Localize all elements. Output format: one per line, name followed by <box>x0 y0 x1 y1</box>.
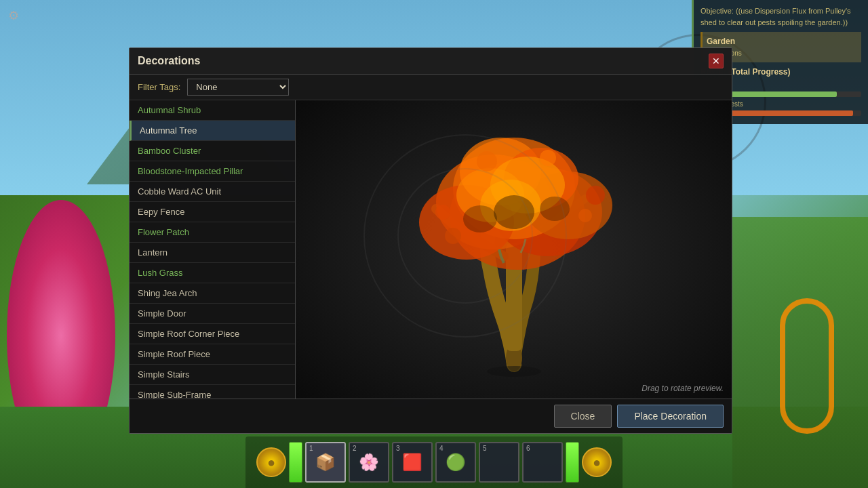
close-button[interactable]: Close <box>554 405 612 428</box>
garden-label: Garden <box>707 36 857 47</box>
list-item-6[interactable]: Eepy Fence <box>130 202 295 222</box>
svg-point-22 <box>487 366 541 377</box>
settings-icon[interactable]: ⚙ <box>8 8 24 24</box>
preview-panel: Drag to rotate preview. <box>296 100 732 399</box>
orange-track <box>780 298 834 434</box>
list-item-2[interactable]: Autumnal Tree <box>130 121 295 141</box>
slot-icon-4: 🟢 <box>446 453 466 472</box>
slot-icon-3: 🟥 <box>402 453 422 472</box>
swirl-2 <box>397 168 533 304</box>
list-item-15[interactable]: Simple Sub-Frame <box>130 385 295 399</box>
hotbar-slot-5[interactable]: 5 <box>479 442 519 483</box>
energy-bar-right <box>566 442 579 483</box>
preview-content[interactable] <box>296 100 732 399</box>
list-item-12[interactable]: Simple Roof Corner Piece <box>130 324 295 344</box>
dialog-footer: Close Place Decoration <box>130 399 732 433</box>
slot-number-6: 6 <box>526 445 530 452</box>
list-item-5[interactable]: Cobble Ward AC Unit <box>130 182 295 202</box>
list-item-1[interactable]: Autumnal Shrub <box>130 100 295 121</box>
hotbar-slot-2[interactable]: 2 🌸 <box>349 442 389 483</box>
dialog-title: Decorations <box>138 55 200 67</box>
place-decoration-button[interactable]: Place Decoration <box>617 405 724 428</box>
slot-number-1: 1 <box>309 445 313 452</box>
hotbar-slot-6[interactable]: 6 <box>522 442 563 483</box>
list-item-9[interactable]: Lush Grass <box>130 263 295 283</box>
dialog-body: Autumnal ShrubAutumnal TreeBamboo Cluste… <box>130 100 732 399</box>
preview-hint: Drag to rotate preview. <box>642 384 724 393</box>
decorations-dialog: Decorations ✕ Filter Tags: None Nature B… <box>129 47 732 434</box>
list-item-14[interactable]: Simple Stairs <box>130 365 295 385</box>
list-item-10[interactable]: Shing Jea Arch <box>130 283 295 304</box>
list-item-7[interactable]: Flower Patch <box>130 222 295 243</box>
list-item-11[interactable]: Simple Door <box>130 304 295 324</box>
svg-point-20 <box>586 186 605 205</box>
list-item-3[interactable]: Bamboo Cluster <box>130 141 295 161</box>
slot-number-3: 3 <box>396 445 400 452</box>
svg-point-17 <box>578 209 592 222</box>
slot-number-5: 5 <box>483 445 487 452</box>
list-item-8[interactable]: Lantern <box>130 243 295 263</box>
decorations-list: Autumnal ShrubAutumnal TreeBamboo Cluste… <box>130 100 296 399</box>
hotbar-slot-3[interactable]: 3 🟥 <box>392 442 433 483</box>
hotbar-slot-4[interactable]: 4 🟢 <box>435 442 476 483</box>
coin-left: ● <box>256 447 286 477</box>
slot-number-2: 2 <box>353 445 357 452</box>
energy-bar-left <box>289 442 302 483</box>
hotbar-slot-1[interactable]: 1 📦 <box>305 442 346 483</box>
list-item-13[interactable]: Simple Roof Piece <box>130 344 295 365</box>
hotbar: ● 1 📦 2 🌸 3 🟥 4 🟢 5 6 ● <box>245 436 623 488</box>
filter-tags-select[interactable]: None Nature Building Furniture <box>187 79 289 96</box>
slot-icon-2: 🌸 <box>359 453 379 472</box>
svg-point-19 <box>540 150 556 166</box>
slot-icon-1: 📦 <box>315 453 336 472</box>
close-x-button[interactable]: ✕ <box>709 54 724 68</box>
list-item-4[interactable]: Bloodstone-Impacted Pillar <box>130 161 295 182</box>
dialog-header: Decorations ✕ <box>130 48 732 75</box>
objective-text: Objective: ((use Dispersion Flux from Pu… <box>701 5 861 28</box>
filter-label: Filter Tags: <box>138 82 180 92</box>
filter-row: Filter Tags: None Nature Building Furnit… <box>130 75 732 100</box>
coin-right: ● <box>582 447 612 477</box>
slot-number-4: 4 <box>439 445 443 452</box>
